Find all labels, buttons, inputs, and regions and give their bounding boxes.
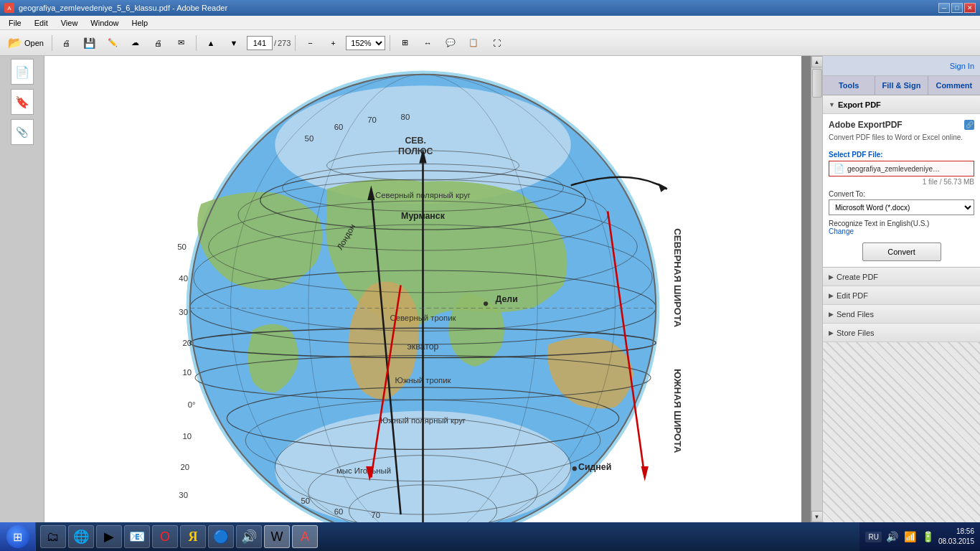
svg-text:50: 50	[305, 134, 314, 143]
taskbar-media[interactable]: ▶	[96, 525, 122, 548]
svg-text:20: 20	[183, 339, 192, 347]
bookmark-button[interactable]: 🔖	[11, 89, 34, 115]
fit-page-button[interactable]: ⊞	[395, 33, 415, 53]
print-icon: 🖨	[62, 39, 70, 47]
zoom-out-icon: −	[308, 39, 312, 47]
menu-help[interactable]: Help	[126, 17, 154, 29]
taskbar-ie[interactable]: 🌐	[68, 525, 94, 548]
svg-text:ЮЖНАЯ ШИРОТА: ЮЖНАЯ ШИРОТА	[672, 369, 683, 453]
page-navigation: / 273	[247, 36, 291, 50]
taskbar-apps: 🗂 🌐 ▶ 📧 O Я 🔵 🔊 W A	[36, 525, 859, 548]
convert-to-label: Convert To:	[829, 190, 974, 198]
menu-window[interactable]: Window	[85, 17, 124, 29]
cloud-button[interactable]: ☁	[126, 33, 146, 53]
page-total: 273	[278, 39, 291, 47]
taskbar: ⊞ 🗂 🌐 ▶ 📧 O Я 🔵 🔊 W A	[0, 522, 980, 551]
battery-icon[interactable]: 🔋	[920, 531, 936, 542]
taskbar-chrome[interactable]: 🔵	[208, 525, 234, 548]
down-arrow-icon: ▼	[230, 39, 237, 47]
taskbar-opera[interactable]: O	[152, 525, 178, 548]
toolbar: 📂 Open 🖨 💾 ✏️ ☁ 🖨 ✉ ▲ ▼ / 273 − + 152% ⊞…	[0, 30, 980, 56]
fit-width-button[interactable]: ↔	[418, 33, 438, 53]
zoom-in-icon: +	[331, 39, 335, 47]
edit-pdf-label: Edit PDF	[837, 291, 868, 300]
menu-view[interactable]: View	[55, 17, 84, 29]
comment-button[interactable]: 💬	[440, 33, 461, 53]
volume-icon[interactable]: 🔊	[885, 531, 900, 542]
svg-text:50: 50	[177, 242, 187, 251]
sign-in-link[interactable]: Sign In	[950, 62, 974, 70]
envelope-button[interactable]: ✉	[171, 33, 192, 53]
scroll-thumb[interactable]	[812, 69, 822, 98]
svg-text:70: 70	[367, 116, 377, 124]
page-separator: /	[274, 39, 276, 47]
pdf-viewer[interactable]: 50 40 30 20 10 0° 10 20 30 50 60 70 80 7…	[44, 56, 811, 522]
marquee-button[interactable]: ⛶	[486, 33, 507, 53]
export-pdf-header[interactable]: ▼ Export PDF	[823, 95, 980, 114]
save-button[interactable]: 💾	[80, 33, 100, 53]
prev-page-button[interactable]: ▲	[201, 33, 221, 53]
open-button[interactable]: 📂 Open	[4, 33, 47, 53]
convert-button[interactable]: Convert	[862, 242, 941, 261]
zoom-out-button[interactable]: −	[300, 33, 320, 53]
pdf-file-icon: 📄	[834, 164, 844, 174]
maximize-button[interactable]: □	[951, 3, 963, 13]
tab-tools[interactable]: Tools	[823, 76, 875, 95]
export-pdf-section: ▼ Export PDF Adobe ExportPDF Convert PDF…	[823, 95, 980, 268]
menu-bar: File Edit View Window Help	[0, 16, 980, 30]
zoom-in-button[interactable]: +	[323, 33, 343, 53]
network-icon[interactable]: 📶	[903, 531, 918, 542]
svg-text:60: 60	[334, 507, 344, 516]
tab-fill-sign[interactable]: Fill & Sign	[875, 76, 928, 95]
scroll-down-button[interactable]: ▼	[811, 511, 823, 522]
product-name: Adobe ExportPDF	[829, 120, 963, 130]
word-icon: W	[271, 529, 283, 545]
separator-2	[196, 35, 197, 51]
vertical-scrollbar[interactable]: ▲ ▼	[811, 56, 822, 522]
create-pdf-section[interactable]: ▶ Create PDF	[823, 268, 980, 286]
page-number-input[interactable]	[247, 36, 273, 50]
page-thumbnail-button[interactable]: 📄	[11, 59, 34, 85]
expand-arrow-icon: ▼	[829, 101, 835, 108]
start-button[interactable]: ⊞	[0, 522, 36, 551]
zoom-selector[interactable]: 152%	[346, 36, 385, 50]
svg-text:мыс Игольный: мыс Игольный	[336, 466, 391, 475]
viewer-area: 50 40 30 20 10 0° 10 20 30 50 60 70 80 7…	[44, 56, 822, 522]
convert-format-selector[interactable]: Microsoft Word (*.docx) Microsoft Excel …	[829, 199, 974, 215]
send-files-section[interactable]: ▶ Send Files	[823, 305, 980, 324]
taskbar-file-manager[interactable]: 🗂	[40, 525, 66, 548]
edit-button[interactable]: ✏️	[103, 33, 123, 53]
tab-comment[interactable]: Comment	[928, 76, 980, 95]
taskbar-email[interactable]: 📧	[124, 525, 150, 548]
acrobat-icon: A	[301, 529, 309, 545]
stamp-button[interactable]: 📋	[463, 33, 484, 53]
ie-icon: 🌐	[73, 529, 89, 545]
collapsed-arrow-icon-4: ▶	[829, 329, 834, 336]
folder-icon: 📂	[8, 36, 22, 50]
taskbar-audio[interactable]: 🔊	[236, 525, 262, 548]
menu-file[interactable]: File	[3, 17, 27, 29]
svg-text:Дели: Дели	[496, 294, 518, 304]
external-link-icon[interactable]: 🔗	[964, 120, 974, 130]
print-button[interactable]: 🖨	[57, 33, 77, 53]
window-controls: ─ □ ✕	[938, 3, 976, 13]
next-page-button[interactable]: ▼	[224, 33, 244, 53]
attachment-button[interactable]: 📎	[11, 119, 34, 145]
taskbar-word[interactable]: W	[264, 525, 290, 548]
file-selector[interactable]: 📄 geografiya_zemlevedeniye_5_...	[829, 161, 974, 176]
svg-text:40: 40	[179, 274, 188, 283]
menu-edit[interactable]: Edit	[29, 17, 54, 29]
print2-button[interactable]: 🖨	[149, 33, 169, 53]
taskbar-acrobat[interactable]: A	[292, 525, 318, 548]
scroll-up-button[interactable]: ▲	[811, 56, 823, 67]
change-language-link[interactable]: Change	[829, 227, 854, 235]
edit-pdf-section[interactable]: ▶ Edit PDF	[823, 286, 980, 305]
minimize-button[interactable]: ─	[938, 3, 950, 13]
svg-text:20: 20	[180, 463, 189, 471]
date-text: 08.03.2015	[938, 537, 974, 547]
pdf-page: 50 40 30 20 10 0° 10 20 30 50 60 70 80 7…	[44, 56, 801, 522]
taskbar-yandex[interactable]: Я	[180, 525, 206, 548]
close-button[interactable]: ✕	[964, 3, 976, 13]
store-files-section[interactable]: ▶ Store Files	[823, 324, 980, 342]
svg-marker-63	[658, 183, 666, 192]
